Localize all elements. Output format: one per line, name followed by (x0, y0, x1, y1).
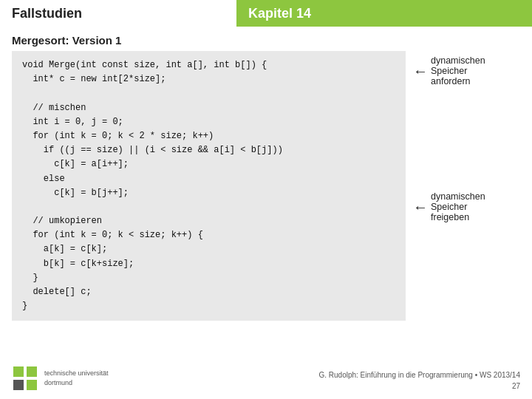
code-line-4: int i = 0, j = 0; (22, 115, 395, 129)
code-line-16: } (22, 299, 395, 313)
annotation-bottom: ← dynamischen Speicher freigeben (413, 191, 520, 222)
footer-university-text: technische universität dortmund (44, 369, 109, 387)
footer-reference: G. Rudolph: Einführung in die Programmie… (318, 369, 520, 392)
code-block: void Merge(int const size, int a[], int … (12, 51, 406, 321)
code-line-15: delete[] c; (22, 285, 395, 299)
code-line-14: } (22, 271, 395, 285)
annotation-bottom-text: dynamischen Speicher freigeben (431, 191, 485, 222)
header-left: Fallstudien (0, 0, 236, 27)
arrow-top-icon: ← (413, 64, 428, 78)
code-line-7: c[k] = a[i++]; (22, 157, 395, 171)
code-line-1: void Merge(int const size, int a[], int … (22, 58, 395, 72)
arrow-bottom-icon: ← (413, 200, 428, 214)
code-line-6: if ((j == size) || (i < size && a[i] < b… (22, 143, 395, 157)
subtitle: Mergesort: Version 1 (0, 27, 532, 51)
tu-logo-icon (12, 365, 38, 392)
header-right: Kapitel 14 (236, 0, 532, 27)
code-line-10: // umkopieren (22, 214, 395, 228)
kapitel-title: Kapitel 14 (248, 6, 311, 21)
annotation-top-text: dynamischen Speicher anfordern (431, 55, 485, 86)
code-line-3: // mischen (22, 101, 395, 115)
code-line-blank-2 (22, 200, 395, 214)
fallstudien-title: Fallstudien (12, 6, 82, 21)
code-section: void Merge(int const size, int a[], int … (12, 51, 520, 321)
code-line-13: b[k] = c[k+size]; (22, 257, 395, 271)
code-line-9: c[k] = b[j++]; (22, 186, 395, 200)
svg-rect-4 (27, 380, 37, 390)
svg-rect-1 (13, 366, 24, 377)
code-line-11: for (int k = 0; k < size; k++) { (22, 228, 395, 242)
svg-rect-2 (27, 366, 37, 377)
annotations-column: ← dynamischen Speicher anfordern ← dynam… (406, 51, 520, 222)
page-header: Fallstudien Kapitel 14 (0, 0, 532, 27)
code-line-5: for (int k = 0; k < 2 * size; k++) (22, 129, 395, 143)
code-line-blank-1 (22, 86, 395, 100)
footer-logo-area: technische universität dortmund (12, 365, 109, 392)
svg-rect-3 (13, 380, 24, 390)
code-line-12: a[k] = c[k]; (22, 242, 395, 256)
footer: technische universität dortmund G. Rudol… (0, 365, 532, 392)
code-line-2: int* c = new int[2*size]; (22, 72, 395, 86)
annotation-top: ← dynamischen Speicher anfordern (413, 55, 520, 88)
code-line-8: else (22, 172, 395, 186)
